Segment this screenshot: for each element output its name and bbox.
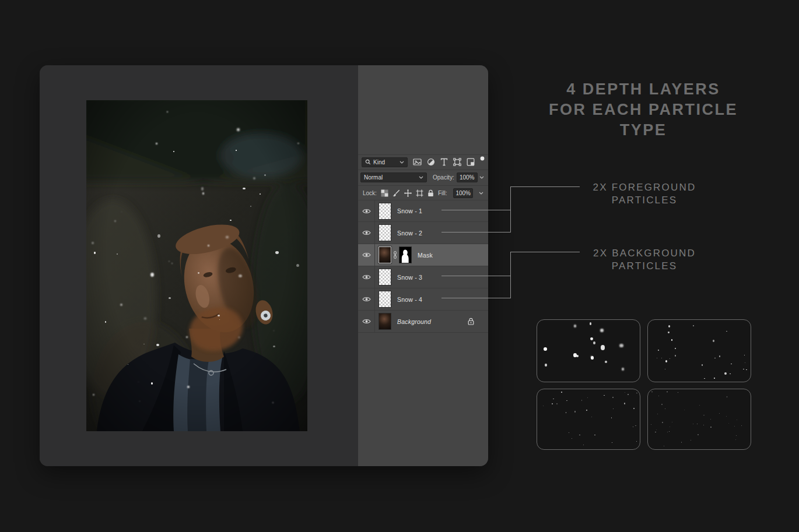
blend-opacity-row: Normal Opacity: 100% — [358, 170, 488, 185]
fill-value: 100% — [455, 190, 471, 196]
filter-kind-label: Kind — [373, 159, 385, 165]
layer-mask-thumbnail[interactable] — [399, 246, 412, 263]
lock-label: Lock: — [363, 190, 377, 196]
mask-link-chain-icon[interactable] — [391, 251, 399, 259]
blend-mode-value: Normal — [364, 174, 383, 181]
preview-box-background-2 — [647, 389, 751, 450]
connector-line-snow-2 — [441, 232, 510, 232]
foreground-particles-label: 2X FOREGROUND PARTICLES — [557, 181, 732, 207]
background-particles-label: 2X BACKGROUND PARTICLES — [557, 247, 732, 273]
layer-thumbnail-transparent[interactable] — [379, 224, 391, 241]
page-title-line: 4 DEPTH LAYERS — [513, 79, 773, 100]
layer-row-snow-2[interactable]: Snow - 2 — [358, 222, 488, 244]
filter-toggle-icon[interactable] — [480, 156, 485, 161]
preview-box-background-1 — [537, 389, 640, 450]
visibility-eye-icon[interactable] — [358, 244, 375, 266]
layer-name: Snow - 4 — [397, 296, 422, 303]
layer-row-snow-1[interactable]: Snow - 1 — [358, 200, 488, 222]
layer-name: Mask — [418, 252, 433, 259]
smart-object-filter-icon[interactable] — [467, 158, 475, 166]
chevron-down-icon — [419, 176, 423, 179]
adjustment-layer-filter-icon[interactable] — [427, 158, 435, 166]
layer-row-background[interactable]: Background — [358, 311, 488, 333]
opacity-chevron-button[interactable] — [479, 176, 484, 179]
visibility-eye-icon[interactable] — [358, 222, 375, 244]
connector-line-foreground-label — [510, 186, 580, 187]
canvas-area — [40, 65, 358, 466]
layer-thumbnail-transparent[interactable] — [379, 291, 391, 308]
background-lock-icon — [468, 318, 474, 325]
blend-mode-dropdown[interactable]: Normal — [360, 172, 427, 182]
filter-kind-dropdown[interactable]: Kind — [362, 157, 408, 167]
connector-line-background-label — [510, 252, 580, 252]
layer-list: Snow - 1 Snow - 2 — [358, 200, 488, 333]
connector-line-snow-1 — [441, 210, 510, 210]
pixel-layer-filter-icon[interactable] — [413, 158, 422, 166]
layer-row-snow-3[interactable]: Snow - 3 — [358, 266, 488, 288]
callout-line: 2X BACKGROUND — [557, 247, 732, 260]
lock-all-padlock-icon[interactable] — [427, 189, 434, 197]
page-title-line: FOR EACH PARTICLE — [513, 100, 773, 120]
chevron-down-icon — [400, 161, 404, 164]
visibility-eye-icon[interactable] — [358, 266, 375, 288]
opacity-value: 100% — [460, 174, 475, 181]
fill-label: Fill: — [438, 190, 447, 196]
callout-line: PARTICLES — [557, 194, 732, 207]
layers-panel: Kind — [358, 65, 488, 466]
callout-line: 2X FOREGROUND — [557, 181, 732, 194]
preview-box-foreground-2 — [647, 319, 751, 382]
lock-image-pixels-brush-icon[interactable] — [393, 189, 400, 197]
fill-field[interactable]: 100% — [453, 188, 473, 198]
layer-thumbnail-transparent[interactable] — [379, 203, 391, 220]
page-title: 4 DEPTH LAYERS FOR EACH PARTICLE TYPE — [513, 79, 773, 140]
layer-thumbnail-transparent[interactable] — [379, 269, 391, 286]
layer-row-mask[interactable]: Mask — [358, 244, 488, 266]
layer-name: Snow - 3 — [397, 274, 422, 281]
connector-line-background-vertical — [510, 252, 511, 298]
opacity-label: Opacity: — [433, 174, 454, 181]
layer-thumbnail-photo[interactable] — [379, 313, 391, 330]
portrait-photo — [86, 100, 307, 431]
type-layer-filter-icon[interactable] — [440, 158, 448, 166]
lock-artboard-nesting-icon[interactable] — [416, 189, 423, 197]
connector-line-snow-4 — [441, 298, 510, 298]
visibility-eye-icon[interactable] — [358, 311, 375, 332]
fill-chevron-button[interactable] — [479, 192, 483, 195]
connector-line-snow-3 — [441, 276, 510, 276]
layer-name: Snow - 1 — [397, 207, 422, 214]
connector-line-foreground-vertical — [510, 186, 511, 232]
page-background: Kind — [0, 0, 799, 532]
preview-box-foreground-1 — [537, 319, 640, 382]
lock-position-move-icon[interactable] — [404, 189, 412, 197]
visibility-eye-icon[interactable] — [358, 200, 375, 221]
layer-name: Background — [397, 318, 431, 325]
shape-layer-filter-icon[interactable] — [453, 158, 461, 166]
layer-row-snow-4[interactable]: Snow - 4 — [358, 288, 488, 311]
layer-thumbnail-photo[interactable] — [379, 246, 391, 263]
lock-transparent-pixels-icon[interactable] — [381, 189, 388, 197]
layer-filter-bar: Kind — [358, 154, 488, 169]
layer-name: Snow - 2 — [397, 230, 422, 237]
portrait-illustration — [86, 100, 307, 431]
visibility-eye-icon[interactable] — [358, 288, 375, 310]
mockup-window: Kind — [40, 65, 488, 466]
search-icon — [365, 159, 371, 165]
opacity-field[interactable]: 100% — [457, 172, 478, 182]
callout-line: PARTICLES — [557, 260, 732, 273]
page-title-line: TYPE — [513, 120, 773, 140]
lock-fill-row: Lock: Fill: 100% — [358, 185, 488, 200]
